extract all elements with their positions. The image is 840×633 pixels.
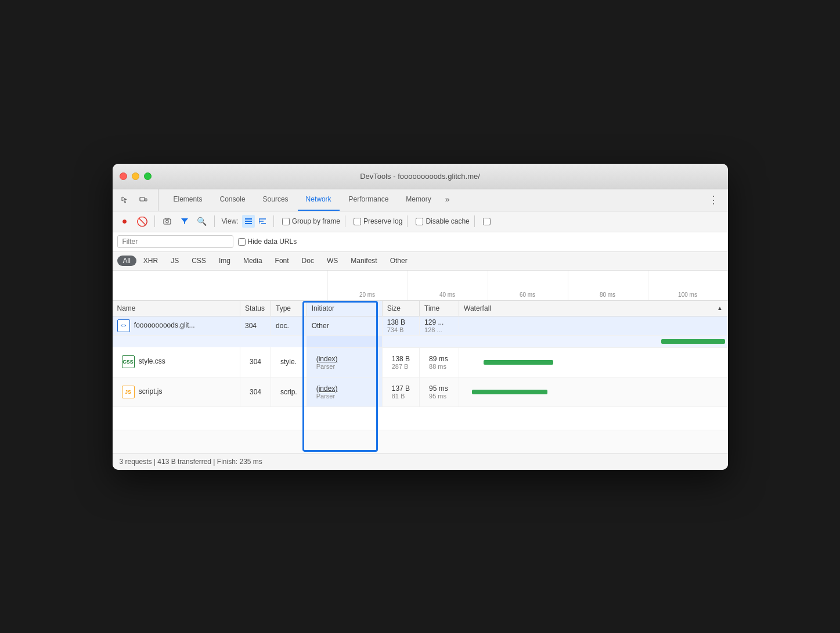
- waterfall-bar-2: [484, 360, 553, 365]
- row-name-3: script.js: [139, 387, 163, 395]
- grid-line-1: [327, 271, 408, 300]
- col-time[interactable]: Time: [420, 301, 459, 316]
- table-row[interactable]: <> fooooooooods.glit... 304 doc.: [113, 316, 728, 335]
- grid-line-5: [648, 271, 728, 300]
- search-button[interactable]: 🔍: [194, 214, 210, 229]
- type-img[interactable]: Img: [213, 256, 236, 266]
- table-header-row: Name Status Type Initiator Size Time Wat…: [113, 301, 728, 316]
- extra-checkbox[interactable]: [483, 218, 491, 225]
- divider-1: [154, 215, 155, 227]
- divider-6: [474, 215, 475, 227]
- timeline: 20 ms 40 ms 60 ms 80 ms 100 ms: [113, 271, 728, 301]
- traffic-lights: [120, 172, 152, 180]
- initiator-link-1[interactable]: (index): [316, 355, 338, 363]
- svg-point-3: [165, 220, 168, 223]
- view-label: View:: [222, 217, 239, 225]
- col-status[interactable]: Status: [240, 301, 271, 316]
- type-ws[interactable]: WS: [321, 256, 344, 266]
- window-title: DevTools - fooooooooods.glitch.me/: [360, 172, 480, 181]
- initiator-link-2[interactable]: (index): [316, 384, 338, 393]
- extra-checkbox-label[interactable]: [483, 218, 491, 225]
- col-initiator[interactable]: Initiator: [307, 301, 382, 316]
- devtools-menu[interactable]: ⋮: [704, 193, 723, 206]
- table-row-sub: [113, 335, 728, 347]
- filter-bar: Hide data URLs: [113, 232, 728, 252]
- timeline-grid: [327, 271, 728, 300]
- hide-data-urls-checkbox[interactable]: [238, 238, 246, 246]
- nav-tabs: Elements Console Sources Network Perform…: [113, 189, 728, 211]
- devtools-window: DevTools - fooooooooods.glitch.me/ Eleme…: [113, 164, 728, 470]
- table-row[interactable]: JS script.js 304 scrip.: [113, 377, 728, 407]
- svg-rect-0: [140, 197, 145, 201]
- type-other[interactable]: Other: [384, 256, 413, 266]
- css-icon: CSS: [122, 355, 135, 368]
- html-icon: <>: [117, 319, 130, 332]
- tab-memory[interactable]: Memory: [398, 189, 439, 211]
- record-button[interactable]: ●: [117, 214, 132, 229]
- tab-network[interactable]: Network: [298, 189, 340, 211]
- preserve-log-label[interactable]: Preserve log: [354, 217, 402, 225]
- row-name-2: style.css: [139, 357, 165, 365]
- waterfall-bar-3: [472, 390, 547, 394]
- sort-arrow: ▲: [717, 305, 723, 311]
- table-row[interactable]: CSS style.css 304 style.: [113, 347, 728, 377]
- type-xhr[interactable]: XHR: [138, 256, 164, 266]
- maximize-button[interactable]: [144, 172, 152, 180]
- empty-row: [113, 407, 728, 430]
- status-text: 3 requests | 413 B transferred | Finish:…: [120, 458, 262, 466]
- network-table: Name Status Type Initiator Size Time Wat…: [113, 301, 728, 454]
- col-type[interactable]: Type: [271, 301, 307, 316]
- divider-2: [214, 215, 215, 227]
- type-manifest[interactable]: Manifest: [345, 256, 383, 266]
- titlebar: DevTools - fooooooooods.glitch.me/: [113, 164, 728, 189]
- tab-more[interactable]: »: [441, 189, 455, 211]
- type-media[interactable]: Media: [237, 256, 268, 266]
- type-js[interactable]: JS: [165, 256, 185, 266]
- view-waterfall-button[interactable]: [256, 215, 269, 228]
- type-all[interactable]: All: [117, 256, 136, 266]
- filter-button[interactable]: [177, 214, 192, 229]
- grid-line-3: [488, 271, 568, 300]
- col-waterfall[interactable]: Waterfall ▲: [459, 301, 727, 316]
- network-toolbar: ● 🚫 🔍 View:: [113, 211, 728, 232]
- col-size[interactable]: Size: [382, 301, 419, 316]
- divider-4: [345, 215, 345, 227]
- network-table-wrapper: Name Status Type Initiator Size Time Wat…: [113, 301, 728, 454]
- divider-3: [273, 215, 274, 227]
- tabs-list: Elements Console Sources Network Perform…: [165, 189, 455, 211]
- close-button[interactable]: [120, 172, 127, 180]
- divider-5: [407, 215, 408, 227]
- tab-sources[interactable]: Sources: [255, 189, 297, 211]
- filter-input[interactable]: [117, 235, 233, 248]
- type-font[interactable]: Font: [269, 256, 295, 266]
- type-doc[interactable]: Doc: [296, 256, 320, 266]
- stop-button[interactable]: 🚫: [135, 214, 150, 229]
- view-buttons: [242, 215, 269, 228]
- disable-cache-checkbox[interactable]: [416, 218, 423, 225]
- minimize-button[interactable]: [132, 172, 139, 180]
- nav-icons: [117, 189, 158, 211]
- inspect-icon[interactable]: [117, 192, 132, 207]
- tab-console[interactable]: Console: [212, 189, 254, 211]
- tab-elements[interactable]: Elements: [165, 189, 211, 211]
- grid-line-4: [568, 271, 648, 300]
- empty-row: [113, 430, 728, 453]
- status-bar: 3 requests | 413 B transferred | Finish:…: [113, 454, 728, 470]
- hide-data-urls-label[interactable]: Hide data URLs: [238, 238, 297, 246]
- type-filter-bar: All XHR JS CSS Img Media Font Doc WS Man…: [113, 252, 728, 271]
- disable-cache-label[interactable]: Disable cache: [416, 217, 469, 225]
- tab-performance[interactable]: Performance: [341, 189, 397, 211]
- group-by-frame-label[interactable]: Group by frame: [282, 217, 340, 225]
- preserve-log-checkbox[interactable]: [354, 218, 361, 225]
- waterfall-bar-1: [661, 339, 725, 344]
- type-css[interactable]: CSS: [186, 256, 212, 266]
- row-name-1: fooooooooods.glit...: [134, 321, 195, 329]
- svg-rect-7: [245, 223, 252, 224]
- camera-button[interactable]: [160, 214, 175, 229]
- view-list-button[interactable]: [242, 215, 255, 228]
- col-name[interactable]: Name: [113, 301, 240, 316]
- js-icon: JS: [122, 386, 135, 398]
- group-by-frame-checkbox[interactable]: [282, 218, 290, 225]
- device-toolbar-icon[interactable]: [136, 192, 151, 207]
- svg-rect-5: [245, 218, 252, 220]
